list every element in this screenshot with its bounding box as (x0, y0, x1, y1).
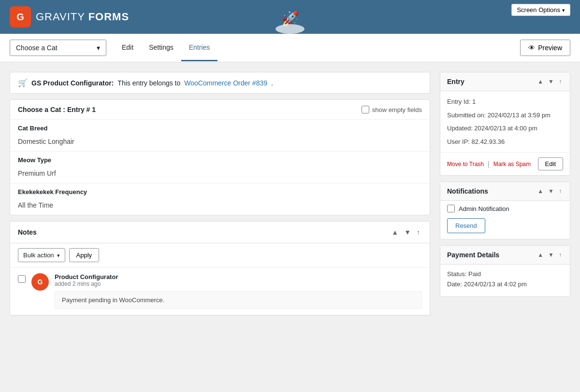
cat-breed-label: Cat Breed (10, 120, 430, 135)
entry-sidebar-controls: ▲ ▼ ↑ (536, 77, 563, 86)
meow-type-value: Premium Urf (10, 167, 430, 183)
payment-details-expand-button[interactable]: ↑ (557, 251, 563, 259)
payment-details-panel: Payment Details ▲ ▼ ↑ Status: Paid Date:… (440, 245, 570, 297)
frequency-value: All the Time (10, 198, 430, 215)
entry-sidebar-expand-button[interactable]: ↑ (557, 77, 563, 86)
nav-entries[interactable]: Entries (181, 35, 218, 61)
payment-details-up-button[interactable]: ▲ (536, 251, 545, 259)
frequency-label: Ekekekekek Frequency (10, 183, 430, 198)
notice-suffix: . (271, 79, 273, 87)
admin-notification-checkbox[interactable] (447, 205, 455, 212)
notes-toolbar: Bulk action Apply (10, 243, 430, 267)
screen-options-caret-icon (562, 6, 565, 14)
payment-details-header: Payment Details ▲ ▼ ↑ (440, 246, 570, 265)
notice-bold-text: GS Product Configurator: (31, 79, 114, 87)
nav-links: Edit Settings Entries (114, 35, 218, 61)
bulk-action-label: Bulk action (23, 252, 54, 259)
notifications-controls: ▲ ▼ ↑ (536, 187, 563, 196)
admin-notification-row: Admin Notification (440, 201, 570, 216)
admin-notification-label: Admin Notification (459, 205, 509, 212)
payment-details-body: Status: Paid Date: 2024/02/13 at 4:02 pm (440, 265, 570, 296)
choose-cat-dropdown[interactable]: Choose a Cat (10, 40, 106, 56)
entry-sidebar-panel: Entry ▲ ▼ ↑ Entry Id: 1 Submitted on: 20… (440, 72, 570, 176)
entry-sidebar-down-button[interactable]: ▼ (547, 77, 555, 86)
notes-title: Notes (18, 228, 37, 236)
apply-button[interactable]: Apply (69, 248, 100, 262)
payment-details-title: Payment Details (447, 251, 499, 259)
entry-sidebar-body: Entry Id: 1 Submitted on: 2024/02/13 at … (440, 91, 570, 152)
show-empty-text: show empty fields (372, 106, 422, 113)
notice-text: This entry belongs to (117, 79, 180, 87)
edit-entry-button[interactable]: Edit (538, 157, 563, 170)
gravity-forms-logo-icon: G (10, 6, 31, 28)
logo-text: GRAVITY FORMS (36, 11, 129, 23)
cat-breed-value: Domestic Longhair (10, 135, 430, 151)
action-separator: | (488, 160, 490, 168)
logo-area: G GRAVITY FORMS (10, 6, 129, 28)
rocket-cloud (276, 24, 304, 34)
move-to-trash-link[interactable]: Move to Trash (447, 161, 484, 168)
frequency-section: Ekekekekek Frequency All the Time (10, 183, 430, 215)
left-column: 🛒 GS Product Configurator: This entry be… (10, 72, 430, 316)
woocommerce-order-link[interactable]: WooCommerce Order #839 (184, 79, 267, 87)
show-empty-label[interactable]: show empty fields (362, 106, 422, 113)
notifications-header: Notifications ▲ ▼ ↑ (440, 182, 570, 201)
notifications-panel: Notifications ▲ ▼ ↑ Admin Notification R… (440, 182, 570, 239)
entry-form-title: Choose a Cat : Entry # 1 (18, 106, 96, 113)
meow-type-section: Meow Type Premium Urf (10, 152, 430, 183)
payment-status-row: Status: Paid (447, 270, 563, 278)
main-content: 🛒 GS Product Configurator: This entry be… (0, 62, 580, 325)
notes-panel: Notes ▲ ▼ ↑ Bulk action Apply G Product … (10, 221, 430, 316)
user-ip-row: User IP: 82.42.93.36 (447, 137, 563, 147)
nav-edit[interactable]: Edit (114, 35, 141, 61)
bulk-action-dropdown[interactable]: Bulk action (18, 248, 65, 262)
notifications-title: Notifications (447, 187, 488, 195)
notes-collapse-down-button[interactable]: ▼ (402, 227, 413, 237)
entry-sidebar-header: Entry ▲ ▼ ↑ (440, 72, 570, 91)
notifications-down-button[interactable]: ▼ (547, 187, 555, 196)
notes-expand-button[interactable]: ↑ (415, 227, 422, 237)
note-body: Payment pending in WooCommerce. (55, 291, 422, 309)
screen-options-label: Screen Options (517, 6, 560, 14)
notes-panel-controls: ▲ ▼ ↑ (390, 227, 422, 237)
entry-sidebar-title: Entry (447, 78, 464, 85)
cat-breed-section: Cat Breed Domestic Longhair (10, 120, 430, 152)
notifications-expand-button[interactable]: ↑ (557, 187, 563, 196)
notes-header: Notes ▲ ▼ ↑ (10, 222, 430, 243)
note-item: G Product Configurator added 2 mins ago … (10, 267, 430, 315)
logo-letter: G (16, 12, 24, 23)
note-content: Product Configurator added 2 mins ago Pa… (55, 273, 422, 309)
note-avatar: G (31, 273, 49, 291)
choose-cat-label: Choose a Cat (16, 44, 58, 52)
notifications-up-button[interactable]: ▲ (536, 187, 545, 196)
payment-details-controls: ▲ ▼ ↑ (536, 251, 563, 259)
entry-form-panel: Choose a Cat : Entry # 1 show empty fiel… (10, 99, 430, 215)
meow-type-label: Meow Type (10, 152, 430, 167)
right-column: Entry ▲ ▼ ↑ Entry Id: 1 Submitted on: 20… (440, 72, 570, 316)
eye-icon: 👁 (528, 44, 535, 52)
cart-icon: 🛒 (18, 78, 28, 87)
preview-button[interactable]: 👁 Preview (520, 40, 570, 56)
note-author: Product Configurator (55, 273, 422, 280)
note-time: added 2 mins ago (55, 280, 422, 287)
rocket-decoration: 🚀 (276, 12, 304, 34)
entry-sidebar-up-button[interactable]: ▲ (536, 77, 545, 86)
notice-bar: 🛒 GS Product Configurator: This entry be… (10, 72, 430, 94)
nav-settings[interactable]: Settings (141, 35, 181, 61)
entry-sidebar-actions: Move to Trash | Mark as Spam Edit (440, 152, 570, 175)
entry-id-row: Entry Id: 1 (447, 97, 563, 107)
updated-row: Updated: 2024/02/13 at 4:00 pm (447, 124, 563, 133)
submitted-on-row: Submitted on: 2024/02/13 at 3:59 pm (447, 111, 563, 120)
bulk-action-caret-icon (57, 252, 60, 259)
payment-details-down-button[interactable]: ▼ (547, 251, 555, 259)
payment-date-row: Date: 2024/02/13 at 4:02 pm (447, 280, 563, 288)
resend-button[interactable]: Resend (447, 218, 485, 233)
choose-cat-chevron-icon (97, 44, 100, 52)
preview-label: Preview (538, 44, 562, 52)
entry-header-row: Choose a Cat : Entry # 1 show empty fiel… (10, 100, 430, 120)
notes-collapse-up-button[interactable]: ▲ (390, 227, 400, 237)
show-empty-checkbox[interactable] (362, 106, 369, 113)
mark-as-spam-link[interactable]: Mark as Spam (493, 161, 531, 168)
screen-options-button[interactable]: Screen Options (511, 4, 570, 16)
note-checkbox[interactable] (18, 275, 26, 283)
